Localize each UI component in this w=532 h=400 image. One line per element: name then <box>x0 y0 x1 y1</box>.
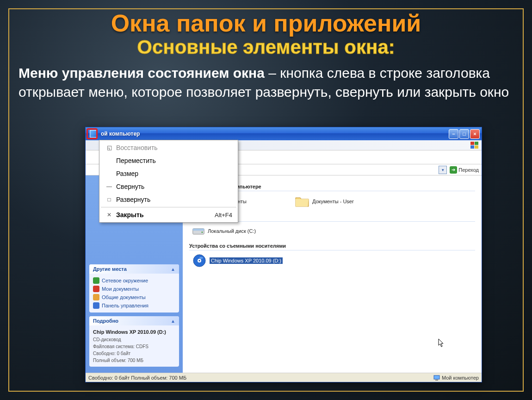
svg-point-16 <box>199 257 203 259</box>
other-places-header[interactable]: Другие места ▲ <box>89 264 179 274</box>
close-label: Закрыть <box>116 211 144 219</box>
other-places-panel: Другие места ▲ Сетевое окружениеМои доку… <box>89 264 179 312</box>
collapse-icon: ▲ <box>171 267 175 272</box>
system-icon-highlight <box>87 128 98 139</box>
sysmenu-close[interactable]: ✕ Закрыть Alt+F4 <box>100 208 237 221</box>
window-title: ой компьютер <box>101 131 140 137</box>
sidebar-link[interactable]: Общие документы <box>93 293 175 301</box>
link-label: Общие документы <box>102 294 146 300</box>
link-icon <box>93 286 99 292</box>
link-icon <box>93 277 99 284</box>
status-right-label: Мой компьютер <box>442 375 479 381</box>
file-label: Chip Windows XP 2010.09 (D:) <box>210 257 283 264</box>
go-label: Переход <box>458 167 479 173</box>
cursor-icon <box>438 338 445 350</box>
details-item-title: Chip Windows XP 2010.09 (D:) <box>93 329 166 335</box>
svg-point-15 <box>199 260 200 262</box>
link-icon <box>93 294 99 300</box>
details-type: CD-дисковод <box>93 337 121 342</box>
details-filesystem: Файловая система: CDFS <box>93 344 148 349</box>
collapse-icon: ▲ <box>171 319 175 324</box>
system-menu: ◱ Восстановить Переместить Размер — Свер… <box>99 140 238 223</box>
sidebar-link[interactable]: Сетевое окружение <box>93 276 175 285</box>
status-left: Свободно: 0 байт Полный объем: 700 МБ <box>88 375 433 381</box>
maximize-icon: □ <box>104 196 114 203</box>
go-button[interactable]: ➔ Переход <box>450 166 479 174</box>
svg-rect-1 <box>475 142 478 145</box>
close-shortcut: Alt+F4 <box>215 212 232 219</box>
restore-icon: ◱ <box>104 144 114 151</box>
svg-rect-0 <box>470 142 474 145</box>
cd-icon <box>192 253 207 268</box>
go-arrow-icon: ➔ <box>450 166 457 174</box>
minimize-button[interactable]: – <box>449 129 458 139</box>
svg-rect-11 <box>193 229 204 231</box>
windows-logo-icon <box>470 142 479 149</box>
cd-drive-item[interactable]: Chip Windows XP 2010.09 (D:) <box>192 253 283 268</box>
sysmenu-size[interactable]: Размер <box>100 167 237 180</box>
file-label: Локальный диск (C:) <box>208 228 256 234</box>
other-places-title: Другие места <box>93 266 127 272</box>
link-icon <box>93 302 99 309</box>
link-label: Сетевое окружение <box>102 278 148 283</box>
close-icon: ✕ <box>104 212 114 218</box>
window-controls: – □ × <box>449 129 480 139</box>
link-label: Мои документы <box>102 286 139 292</box>
sidebar-link[interactable]: Панель управления <box>93 301 175 310</box>
folder-icon <box>295 194 309 209</box>
maximize-button[interactable]: □ <box>459 129 469 139</box>
minimize-icon: — <box>104 183 114 190</box>
sidebar-link[interactable]: Мои документы <box>93 285 175 293</box>
user-documents-item[interactable]: Документы - User <box>295 194 354 209</box>
details-total: Полный объем: 700 МБ <box>93 358 143 363</box>
details-panel: Подробно ▲ Chip Windows XP 2010.09 (D:) … <box>89 316 179 367</box>
svg-point-12 <box>202 231 203 233</box>
sysmenu-move[interactable]: Переместить <box>100 154 237 167</box>
removable-section-header: Устройства со съемными носителями <box>189 243 475 250</box>
file-label: Документы - User <box>312 199 354 204</box>
details-title: Подробно <box>93 318 118 324</box>
sysmenu-maximize[interactable]: □ Развернуть <box>100 193 237 206</box>
status-bar: Свободно: 0 байт Полный объем: 700 МБ Мо… <box>86 373 482 382</box>
close-button[interactable]: × <box>470 129 480 139</box>
address-dropdown[interactable]: ▾ <box>439 166 447 174</box>
sysmenu-minimize[interactable]: — Свернуть <box>100 180 237 193</box>
link-label: Панель управления <box>102 303 148 308</box>
svg-rect-3 <box>475 145 478 149</box>
computer-icon <box>433 375 440 381</box>
hdd-icon <box>192 225 205 238</box>
local-disk-item[interactable]: Локальный диск (C:) <box>192 225 256 238</box>
status-right: Мой компьютер <box>433 375 479 381</box>
svg-rect-18 <box>435 380 438 381</box>
svg-rect-2 <box>470 145 474 149</box>
details-body: Chip Windows XP 2010.09 (D:) CD-дисковод… <box>89 325 179 367</box>
svg-rect-17 <box>434 375 439 379</box>
details-header[interactable]: Подробно ▲ <box>89 316 179 325</box>
sysmenu-restore[interactable]: ◱ Восстановить <box>100 141 237 154</box>
titlebar[interactable]: ой компьютер – □ × <box>86 127 482 140</box>
details-free: Свободно: 0 байт <box>93 351 130 356</box>
menu-separator <box>101 207 236 207</box>
